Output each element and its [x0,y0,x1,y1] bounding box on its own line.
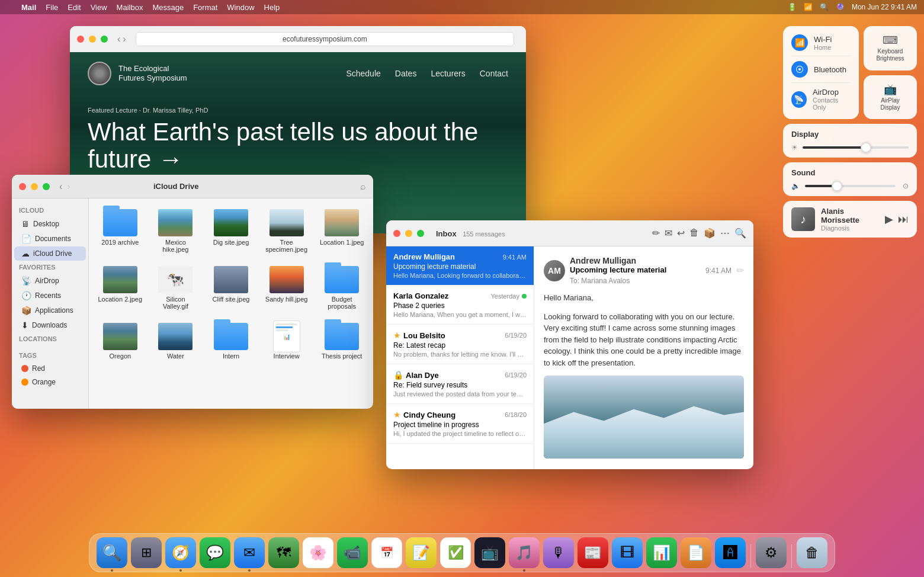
mail-item[interactable]: Karla Gonzalez Yesterday Phase 2 queries… [386,286,534,325]
maximize-button[interactable] [101,36,108,43]
file-item[interactable]: Water [150,318,201,363]
minimize-button[interactable] [89,36,96,43]
dock-appletv[interactable]: 📺 [474,537,505,568]
sidebar-item-tag-orange[interactable]: Orange [14,376,86,389]
dock-maps[interactable]: 🗺 [268,537,299,568]
sound-slider[interactable] [805,185,896,187]
cc-airplay-display-tile[interactable]: 📺 AirPlayDisplay [864,75,917,120]
file-item[interactable]: Oregon [95,318,146,363]
file-item[interactable]: Sandy hill.jpeg [261,261,312,313]
cc-wifi-item[interactable]: 📶 Wi-Fi Home [791,32,851,53]
sidebar-item-desktop[interactable]: 🖥 Desktop [14,217,86,231]
dock-finder[interactable]: 🔍 [97,537,127,568]
volume-control-icon[interactable]: ⊙ [903,182,909,190]
archive-icon[interactable]: 📦 [704,227,716,239]
sidebar-item-recents[interactable]: 🕐 Recents [14,288,86,303]
search-icon[interactable]: 🔍 [820,3,829,11]
nav-schedule[interactable]: Schedule [346,69,380,78]
file-item[interactable]: Thesis project [316,318,367,363]
dock-news[interactable]: 📰 [578,537,608,568]
nav-dates[interactable]: Dates [395,69,417,78]
display-slider-knob[interactable] [861,142,871,153]
menubar-file[interactable]: File [46,3,58,12]
dock-podcasts[interactable]: 🎙 [543,537,574,568]
menubar-mailbox[interactable]: Mailbox [117,3,143,12]
sidebar-item-icloud[interactable]: ☁ iCloud Drive [14,246,86,261]
close-button[interactable] [77,36,84,43]
sidebar-item-applications[interactable]: 📦 Applications [14,303,86,318]
menubar-app-name[interactable]: Mail [21,3,36,12]
finder-minimize-button[interactable] [31,183,38,190]
cc-keyboard-brightness-tile[interactable]: ⌨ KeyboardBrightness [864,26,917,70]
file-item[interactable]: 2019 archive [95,204,146,257]
cc-bluetooth-item[interactable]: ⦿ Bluetooth [791,56,851,80]
finder-close-button[interactable] [19,183,26,190]
dock-pages[interactable]: 📄 [681,537,711,568]
browser-nav[interactable]: ‹ › [117,34,126,44]
back-icon[interactable]: ‹ [117,34,120,44]
mail-item[interactable]: ★ Lou Belsito 6/19/20 Re: Latest recap N… [386,325,534,364]
file-item[interactable]: 📊 Interview [261,318,312,363]
sidebar-item-downloads[interactable]: ⬇ Downloads [14,318,86,332]
finder-maximize-button[interactable] [43,183,50,190]
next-button[interactable]: ⏭ [898,213,909,226]
file-item[interactable]: Dig site.jpeg [206,204,256,257]
dock-photos[interactable]: 🌸 [303,537,333,568]
dock-numbers[interactable]: 📊 [646,537,677,568]
delete-icon[interactable]: 🗑 [689,227,699,239]
mail-item[interactable]: ★ Cindy Cheung 6/18/20 Project timeline … [386,404,534,444]
sidebar-item-airdrop[interactable]: 📡 AirDrop [14,274,86,288]
dock-calendar[interactable]: 📅 [371,537,402,568]
reply-icon[interactable]: ↩ [677,227,685,239]
dock-facetime[interactable]: 📹 [337,537,368,568]
nav-lecturers[interactable]: Lecturers [431,69,465,78]
more-icon[interactable]: ⋯ [720,227,730,239]
dock-notes[interactable]: 📝 [406,537,437,568]
dock-reminders[interactable]: ✅ [440,537,471,568]
menubar-edit[interactable]: Edit [68,3,81,12]
dock-music[interactable]: 🎵 [509,537,540,568]
dock-sysprefs[interactable]: ⚙ [756,537,787,568]
dock-trash[interactable]: 🗑 [797,537,827,568]
menubar-format[interactable]: Format [193,3,217,12]
dock-mail[interactable]: ✉ [234,537,265,568]
sidebar-item-tag-red[interactable]: Red [14,362,86,375]
mail-minimize-button[interactable] [405,230,412,237]
file-item[interactable]: Mexico hike.jpeg [150,204,201,257]
menubar-window[interactable]: Window [227,3,254,12]
mail-close-button[interactable] [393,230,400,237]
send-icon[interactable]: ✉ [665,227,672,239]
cc-airdrop-item[interactable]: 📡 AirDrop Contacts Only [791,82,851,113]
mail-item[interactable]: Andrew Mulligan 9:41 AM Upcoming lecture… [386,246,534,286]
file-item[interactable]: Location 1.jpeg [316,204,367,257]
mail-maximize-button[interactable] [417,230,424,237]
play-button[interactable]: ▶ [885,213,893,226]
sound-slider-knob[interactable] [832,181,842,191]
dock-launchpad[interactable]: ⊞ [131,537,162,568]
forward-icon[interactable]: › [123,34,126,44]
file-item[interactable]: 🐄 Silicon Valley.gif [150,261,201,313]
dock-messages[interactable]: 💬 [200,537,230,568]
sidebar-item-documents[interactable]: 📄 Documents [14,232,86,246]
menubar-message[interactable]: Message [152,3,184,12]
file-item[interactable]: Intern [206,318,256,363]
browser-url-bar[interactable]: ecofuturessymposium.com [136,32,514,46]
menubar-view[interactable]: View [91,3,107,12]
nav-contact[interactable]: Contact [480,69,508,78]
siri-icon[interactable]: 🔮 [836,3,845,11]
mail-search-icon[interactable]: 🔍 [734,227,746,239]
dock-keynote[interactable]: 🎞 [612,537,643,568]
compose-icon[interactable]: ✏ [652,227,660,239]
dock-safari[interactable]: 🧭 [165,537,196,568]
file-item[interactable]: Budget proposals [316,261,367,313]
finder-search-icon[interactable]: ⌕ [360,181,366,192]
file-item[interactable]: Cliff site.jpeg [206,261,256,313]
back-icon[interactable]: ‹ [59,181,62,192]
edit-icon[interactable]: ✏ [736,265,744,276]
mail-item[interactable]: 🔒 Alan Dye 6/19/20 Re: Field survey resu… [386,364,534,404]
display-slider[interactable] [803,146,909,149]
dock-appstore[interactable]: 🅰 [715,537,746,568]
menubar-help[interactable]: Help [264,3,280,12]
file-item[interactable]: Location 2.jpeg [95,261,146,313]
file-item[interactable]: Tree specimen.jpeg [261,204,312,257]
